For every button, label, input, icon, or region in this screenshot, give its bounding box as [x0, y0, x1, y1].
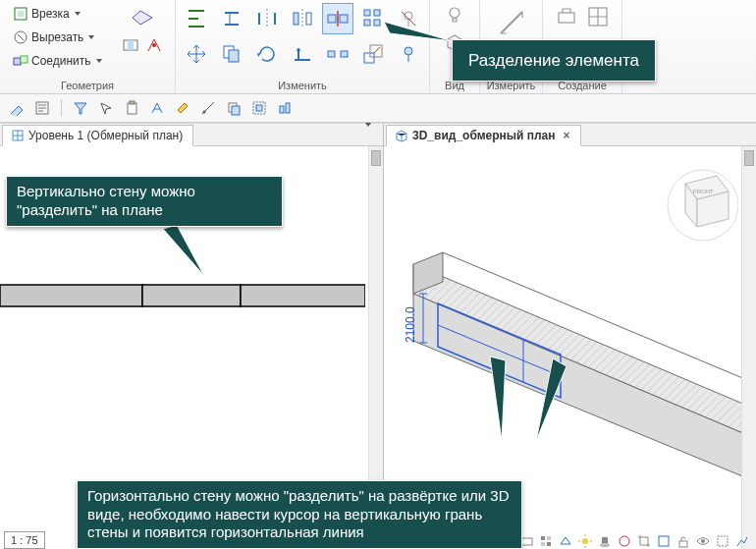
assembly-icon: [277, 100, 293, 116]
vyrezat-button[interactable]: Вырезать: [9, 26, 117, 49]
callout-plan-pointer: [157, 223, 216, 282]
geom-tool-2[interactable]: [119, 33, 142, 57]
vc-crop-show[interactable]: [656, 533, 672, 549]
trim-extend-icon: [291, 42, 314, 66]
svg-rect-63: [541, 536, 545, 540]
measure-icon: [495, 6, 528, 39]
qat-match[interactable]: [146, 97, 168, 119]
vc-analytical[interactable]: [734, 533, 750, 549]
qat-linework[interactable]: [197, 97, 219, 119]
tab-3d-view[interactable]: 3D_вид_обмерный план ×: [386, 125, 581, 146]
svg-rect-21: [364, 53, 374, 63]
tab-plan-view[interactable]: Уровень 1 (Обмерный план): [2, 125, 193, 146]
modify-arrow-icon: [9, 100, 25, 116]
svg-rect-11: [340, 15, 348, 23]
qat-modify[interactable]: [6, 97, 27, 119]
3d-icon: [395, 129, 408, 142]
unlock-icon: [676, 534, 690, 548]
svg-rect-1: [18, 11, 24, 17]
svg-rect-4: [21, 56, 27, 63]
qat-paint[interactable]: [172, 97, 193, 119]
vc-sun[interactable]: [577, 533, 593, 549]
family-editor-icon: [586, 5, 610, 28]
create-similar-icon: [555, 5, 578, 28]
svg-rect-66: [547, 542, 551, 546]
align-icon: [185, 7, 208, 30]
callout-ribbon: Разделение элемента: [452, 39, 656, 82]
qat-properties[interactable]: [31, 97, 53, 119]
callout-3d: Горизонтально стену можно "разделить" на…: [77, 480, 522, 549]
vc-temp[interactable]: [715, 533, 730, 549]
view-control-bar: [518, 533, 750, 549]
vc-lock[interactable]: [675, 533, 691, 549]
mirror-draw-button[interactable]: [287, 3, 318, 34]
tab-menu-button[interactable]: [363, 127, 379, 142]
offset-button[interactable]: [216, 3, 247, 34]
cut-profile-icon: [131, 8, 154, 27]
crop-icon: [637, 534, 651, 548]
callout-3d-text: Горизонтально стену можно "разделить" на…: [87, 487, 510, 541]
properties-icon: [34, 100, 50, 116]
move-button[interactable]: [181, 38, 212, 70]
select-icon: [98, 100, 114, 116]
clipboard-icon: [124, 100, 139, 116]
vrezka-label: Врезка: [31, 7, 70, 21]
svg-rect-29: [128, 103, 136, 114]
svg-rect-14: [364, 20, 370, 26]
vc-render[interactable]: [617, 533, 632, 549]
trim-button[interactable]: [287, 38, 318, 70]
geom-tool-3[interactable]: [142, 33, 166, 57]
vc-shadow[interactable]: [597, 533, 613, 549]
quick-access-toolbar: [0, 94, 756, 123]
vc-detail[interactable]: [538, 533, 554, 549]
3d-scrollbar[interactable]: [741, 146, 756, 549]
vc-visual[interactable]: [558, 533, 573, 549]
ribbon-group-label-modify: Изменить: [180, 79, 425, 93]
mirror-axis-icon: [255, 7, 279, 30]
measure-button[interactable]: [491, 2, 532, 43]
vc-hide[interactable]: [695, 533, 711, 549]
geom-tool-1[interactable]: [127, 2, 158, 33]
callout-plan: Вертикально стену можно "разделить" на п…: [6, 176, 283, 227]
linework-icon: [200, 100, 216, 116]
svg-rect-76: [679, 541, 687, 547]
split-element-button[interactable]: [322, 3, 353, 34]
svg-rect-30: [130, 101, 135, 104]
svg-rect-20: [341, 51, 348, 57]
qat-select[interactable]: [95, 97, 117, 119]
qat-assembly[interactable]: [274, 97, 296, 119]
render-icon: [618, 534, 631, 548]
vrezka-button[interactable]: Врезка: [9, 2, 117, 26]
svg-rect-78: [718, 536, 728, 546]
qat-filter[interactable]: [70, 97, 91, 119]
svg-rect-3: [14, 58, 21, 65]
plan-scale-bar: 1 : 75: [4, 531, 45, 549]
tab-plan-label: Уровень 1 (Обмерный план): [28, 129, 183, 142]
svg-point-77: [701, 539, 705, 543]
shadow-icon: [598, 534, 612, 548]
copy-button[interactable]: [216, 38, 247, 70]
rotate-button[interactable]: [251, 38, 283, 70]
svg-rect-64: [547, 536, 551, 540]
qat-copy[interactable]: [223, 97, 244, 119]
rotate-icon: [255, 42, 279, 66]
mirror-axis-button[interactable]: [251, 3, 283, 34]
qat-group[interactable]: [248, 97, 270, 119]
svg-rect-25: [559, 13, 574, 23]
close-icon[interactable]: ×: [564, 129, 570, 142]
paint-icon: [175, 100, 190, 116]
match-type-icon: [149, 100, 165, 116]
svg-marker-39: [163, 225, 204, 276]
vc-crop[interactable]: [636, 533, 652, 549]
plan-scale-value[interactable]: 1 : 75: [4, 531, 45, 549]
wall-opening-icon: [122, 36, 139, 54]
create-tool-1[interactable]: [552, 2, 581, 31]
create-tool-2[interactable]: [583, 2, 613, 31]
align-button[interactable]: [181, 3, 212, 34]
dimension-label: 2100.0: [404, 306, 417, 343]
svg-rect-42: [241, 285, 365, 306]
split-gap-button[interactable]: [322, 38, 353, 70]
soedinit-button[interactable]: Соединить: [9, 49, 117, 73]
callout-ribbon-text: Разделение элемента: [468, 51, 639, 70]
qat-paste[interactable]: [121, 97, 142, 119]
